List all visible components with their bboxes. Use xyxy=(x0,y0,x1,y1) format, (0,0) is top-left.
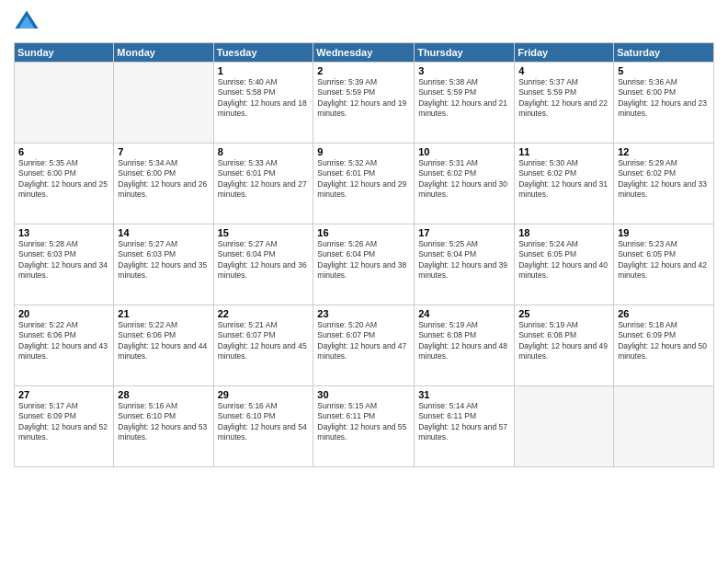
calendar-week-row: 1Sunrise: 5:40 AMSunset: 5:58 PMDaylight… xyxy=(15,63,714,144)
day-number: 9 xyxy=(317,146,410,157)
day-info: Sunrise: 5:30 AMSunset: 6:02 PMDaylight:… xyxy=(518,158,609,201)
day-number: 19 xyxy=(618,227,710,238)
calendar-header-row: SundayMondayTuesdayWednesdayThursdayFrid… xyxy=(15,43,714,63)
day-info: Sunrise: 5:23 AMSunset: 6:05 PMDaylight:… xyxy=(618,239,710,282)
day-number: 5 xyxy=(618,65,710,76)
logo-icon xyxy=(14,9,40,35)
day-info: Sunrise: 5:32 AMSunset: 6:01 PMDaylight:… xyxy=(317,158,410,201)
day-info: Sunrise: 5:15 AMSunset: 6:11 PMDaylight:… xyxy=(317,401,410,443)
calendar-cell: 19Sunrise: 5:23 AMSunset: 6:05 PMDayligh… xyxy=(614,224,714,305)
day-number: 4 xyxy=(518,65,609,76)
day-number: 30 xyxy=(317,389,410,400)
day-number: 21 xyxy=(118,308,209,319)
day-number: 22 xyxy=(218,308,310,319)
calendar-day-header: Monday xyxy=(114,43,213,63)
calendar-cell: 21Sunrise: 5:22 AMSunset: 6:06 PMDayligh… xyxy=(114,305,213,386)
day-info: Sunrise: 5:24 AMSunset: 6:05 PMDaylight:… xyxy=(518,239,609,282)
calendar-cell: 2Sunrise: 5:39 AMSunset: 5:59 PMDaylight… xyxy=(313,63,415,144)
calendar-cell: 18Sunrise: 5:24 AMSunset: 6:05 PMDayligh… xyxy=(515,224,614,305)
day-number: 7 xyxy=(118,146,209,157)
calendar-day-header: Wednesday xyxy=(313,43,415,63)
calendar-cell: 13Sunrise: 5:28 AMSunset: 6:03 PMDayligh… xyxy=(15,224,114,305)
day-info: Sunrise: 5:19 AMSunset: 6:08 PMDaylight:… xyxy=(518,320,609,362)
day-number: 28 xyxy=(118,389,209,400)
calendar-cell: 26Sunrise: 5:18 AMSunset: 6:09 PMDayligh… xyxy=(614,305,714,386)
day-number: 13 xyxy=(18,227,109,238)
day-info: Sunrise: 5:17 AMSunset: 6:09 PMDaylight:… xyxy=(18,401,109,443)
calendar-cell: 28Sunrise: 5:16 AMSunset: 6:10 PMDayligh… xyxy=(114,386,213,467)
calendar-cell: 17Sunrise: 5:25 AMSunset: 6:04 PMDayligh… xyxy=(415,224,515,305)
page: SundayMondayTuesdayWednesdayThursdayFrid… xyxy=(0,0,728,563)
day-info: Sunrise: 5:22 AMSunset: 6:06 PMDaylight:… xyxy=(18,320,109,362)
day-number: 25 xyxy=(518,308,609,319)
day-number: 11 xyxy=(518,146,609,157)
calendar-cell xyxy=(614,386,714,467)
calendar-cell: 27Sunrise: 5:17 AMSunset: 6:09 PMDayligh… xyxy=(15,386,114,467)
day-info: Sunrise: 5:34 AMSunset: 6:00 PMDaylight:… xyxy=(118,158,209,201)
day-info: Sunrise: 5:33 AMSunset: 6:01 PMDaylight:… xyxy=(218,158,310,201)
day-info: Sunrise: 5:16 AMSunset: 6:10 PMDaylight:… xyxy=(118,401,209,443)
calendar-cell: 5Sunrise: 5:36 AMSunset: 6:00 PMDaylight… xyxy=(614,63,714,144)
calendar-cell: 11Sunrise: 5:30 AMSunset: 6:02 PMDayligh… xyxy=(515,144,614,224)
calendar-cell: 9Sunrise: 5:32 AMSunset: 6:01 PMDaylight… xyxy=(313,144,415,224)
calendar-week-row: 27Sunrise: 5:17 AMSunset: 6:09 PMDayligh… xyxy=(15,386,714,467)
day-number: 26 xyxy=(618,308,710,319)
day-number: 8 xyxy=(218,146,310,157)
day-number: 18 xyxy=(518,227,609,238)
calendar-week-row: 13Sunrise: 5:28 AMSunset: 6:03 PMDayligh… xyxy=(15,224,714,305)
calendar-cell: 14Sunrise: 5:27 AMSunset: 6:03 PMDayligh… xyxy=(114,224,213,305)
day-number: 14 xyxy=(118,227,209,238)
calendar-cell: 31Sunrise: 5:14 AMSunset: 6:11 PMDayligh… xyxy=(415,386,515,467)
calendar-week-row: 6Sunrise: 5:35 AMSunset: 6:00 PMDaylight… xyxy=(15,144,714,224)
day-info: Sunrise: 5:28 AMSunset: 6:03 PMDaylight:… xyxy=(18,239,109,282)
day-info: Sunrise: 5:29 AMSunset: 6:02 PMDaylight:… xyxy=(618,158,710,201)
calendar-cell: 12Sunrise: 5:29 AMSunset: 6:02 PMDayligh… xyxy=(614,144,714,224)
calendar-day-header: Friday xyxy=(515,43,614,63)
calendar-cell: 30Sunrise: 5:15 AMSunset: 6:11 PMDayligh… xyxy=(313,386,415,467)
header xyxy=(14,9,714,35)
day-info: Sunrise: 5:26 AMSunset: 6:04 PMDaylight:… xyxy=(317,239,410,282)
calendar-day-header: Saturday xyxy=(614,43,714,63)
calendar-cell: 23Sunrise: 5:20 AMSunset: 6:07 PMDayligh… xyxy=(313,305,415,386)
calendar-cell: 10Sunrise: 5:31 AMSunset: 6:02 PMDayligh… xyxy=(415,144,515,224)
calendar-cell xyxy=(15,63,114,144)
day-info: Sunrise: 5:18 AMSunset: 6:09 PMDaylight:… xyxy=(618,320,710,362)
calendar-cell: 25Sunrise: 5:19 AMSunset: 6:08 PMDayligh… xyxy=(515,305,614,386)
day-info: Sunrise: 5:25 AMSunset: 6:04 PMDaylight:… xyxy=(418,239,510,282)
day-number: 20 xyxy=(18,308,109,319)
calendar-table: SundayMondayTuesdayWednesdayThursdayFrid… xyxy=(14,42,714,467)
day-info: Sunrise: 5:27 AMSunset: 6:04 PMDaylight:… xyxy=(218,239,310,282)
calendar-cell: 15Sunrise: 5:27 AMSunset: 6:04 PMDayligh… xyxy=(213,224,313,305)
logo xyxy=(14,9,43,35)
day-info: Sunrise: 5:31 AMSunset: 6:02 PMDaylight:… xyxy=(418,158,510,201)
day-info: Sunrise: 5:14 AMSunset: 6:11 PMDaylight:… xyxy=(418,401,510,443)
calendar-day-header: Sunday xyxy=(15,43,114,63)
day-number: 2 xyxy=(317,65,410,76)
calendar-cell xyxy=(515,386,614,467)
calendar-cell: 3Sunrise: 5:38 AMSunset: 5:59 PMDaylight… xyxy=(415,63,515,144)
calendar-cell: 7Sunrise: 5:34 AMSunset: 6:00 PMDaylight… xyxy=(114,144,213,224)
day-info: Sunrise: 5:19 AMSunset: 6:08 PMDaylight:… xyxy=(418,320,510,362)
day-number: 23 xyxy=(317,308,410,319)
day-info: Sunrise: 5:20 AMSunset: 6:07 PMDaylight:… xyxy=(317,320,410,362)
day-info: Sunrise: 5:21 AMSunset: 6:07 PMDaylight:… xyxy=(218,320,310,362)
day-info: Sunrise: 5:39 AMSunset: 5:59 PMDaylight:… xyxy=(317,77,410,120)
day-number: 12 xyxy=(618,146,710,157)
calendar-cell: 4Sunrise: 5:37 AMSunset: 5:59 PMDaylight… xyxy=(515,63,614,144)
calendar-cell: 20Sunrise: 5:22 AMSunset: 6:06 PMDayligh… xyxy=(15,305,114,386)
day-info: Sunrise: 5:37 AMSunset: 5:59 PMDaylight:… xyxy=(518,77,609,120)
day-number: 24 xyxy=(418,308,510,319)
day-info: Sunrise: 5:22 AMSunset: 6:06 PMDaylight:… xyxy=(118,320,209,362)
day-info: Sunrise: 5:36 AMSunset: 6:00 PMDaylight:… xyxy=(618,77,710,120)
calendar-cell: 8Sunrise: 5:33 AMSunset: 6:01 PMDaylight… xyxy=(213,144,313,224)
day-number: 31 xyxy=(418,389,510,400)
calendar-cell: 16Sunrise: 5:26 AMSunset: 6:04 PMDayligh… xyxy=(313,224,415,305)
calendar-cell xyxy=(114,63,213,144)
calendar-cell: 1Sunrise: 5:40 AMSunset: 5:58 PMDaylight… xyxy=(213,63,313,144)
day-number: 29 xyxy=(218,389,310,400)
calendar-cell: 6Sunrise: 5:35 AMSunset: 6:00 PMDaylight… xyxy=(15,144,114,224)
day-number: 17 xyxy=(418,227,510,238)
day-number: 15 xyxy=(218,227,310,238)
calendar-day-header: Tuesday xyxy=(213,43,313,63)
calendar-day-header: Thursday xyxy=(415,43,515,63)
